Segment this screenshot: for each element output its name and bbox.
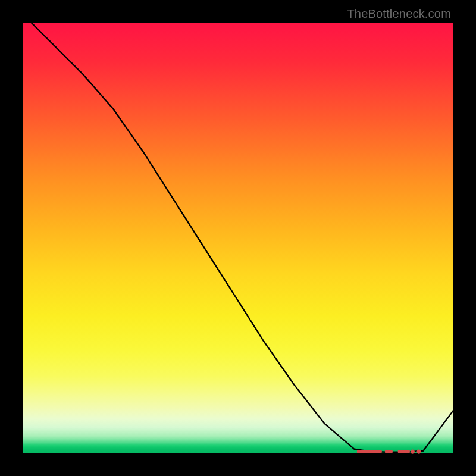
chart-frame: TheBottleneck.com xyxy=(0,0,476,476)
bottleneck-curve xyxy=(23,14,453,452)
marker-group xyxy=(359,450,421,453)
plot-area xyxy=(23,23,453,453)
marker-dot xyxy=(411,450,414,453)
watermark-text: TheBottleneck.com xyxy=(347,7,451,21)
chart-svg xyxy=(23,23,453,453)
marker-dot xyxy=(417,450,421,453)
